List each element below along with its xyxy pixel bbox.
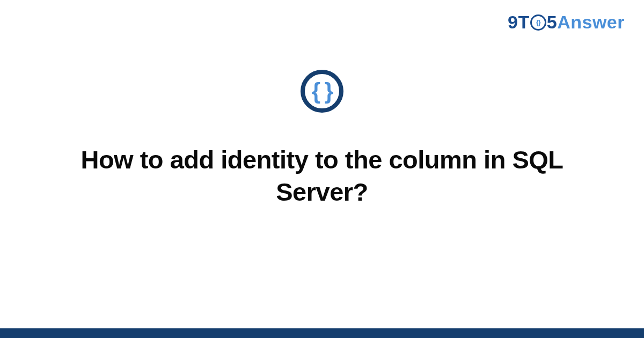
site-logo: 9T {} 5 Answer [508, 12, 625, 33]
braces-glyph: { } [312, 78, 332, 104]
main-content: { } How to add identity to the column in… [0, 70, 644, 208]
code-braces-icon: { } [301, 70, 343, 113]
question-title: How to add identity to the column in SQL… [75, 144, 569, 208]
footer-bar [0, 328, 644, 338]
logo-circle-icon: {} [530, 14, 546, 31]
logo-text-answer: Answer [557, 12, 625, 33]
logo-text-5: 5 [547, 12, 557, 33]
logo-inner-braces: {} [536, 18, 540, 26]
logo-text-9t: 9T [508, 12, 530, 33]
